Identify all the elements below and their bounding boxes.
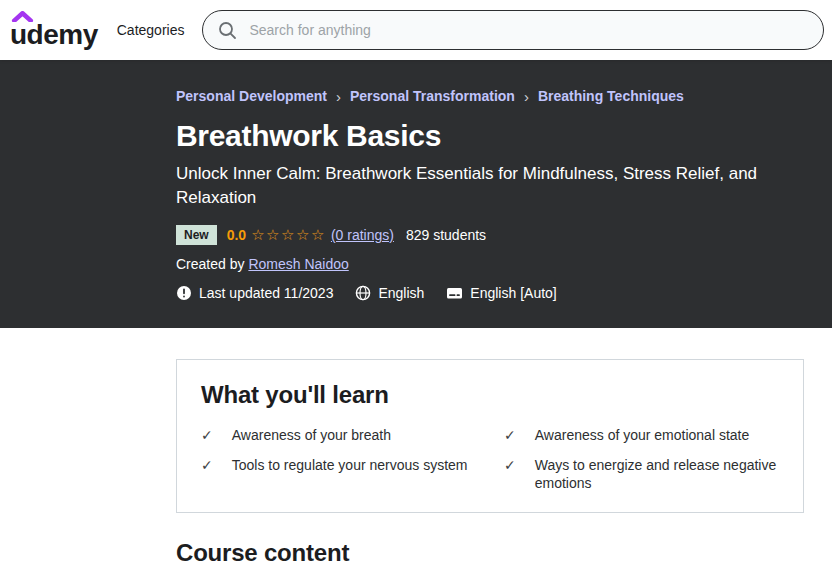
- language-meta: English: [355, 285, 424, 301]
- course-subtitle: Unlock Inner Calm: Breathwork Essentials…: [176, 162, 801, 210]
- search-bar[interactable]: [202, 10, 824, 50]
- learn-objective-text: Awareness of your breath: [232, 426, 391, 444]
- students-count: 829 students: [406, 227, 486, 243]
- breadcrumb-personal-development[interactable]: Personal Development: [176, 88, 327, 104]
- rating-value: 0.0: [227, 227, 246, 243]
- instructor-link[interactable]: Romesh Naidoo: [248, 256, 348, 272]
- learn-objective-text: Ways to energize and release negative em…: [535, 456, 779, 492]
- language-text: English: [378, 285, 424, 301]
- search-icon[interactable]: [217, 20, 237, 40]
- what-youll-learn-title: What you'll learn: [201, 381, 779, 409]
- chevron-right-icon: ›: [336, 89, 341, 104]
- breadcrumb-personal-transformation[interactable]: Personal Transformation: [350, 88, 515, 104]
- created-by-label: Created by: [176, 256, 244, 272]
- check-icon: ✓: [504, 456, 516, 492]
- check-icon: ✓: [201, 426, 213, 444]
- top-navbar: udemy Categories: [0, 0, 832, 60]
- captions-meta: English [Auto]: [446, 285, 556, 301]
- learn-objective-text: Awareness of your emotional state: [535, 426, 750, 444]
- learn-objective-text: Tools to regulate your nervous system: [232, 456, 468, 492]
- what-youll-learn-card: What you'll learn ✓ Awareness of your br…: [176, 359, 804, 513]
- check-icon: ✓: [504, 426, 516, 444]
- created-by-row: Created by Romesh Naidoo: [176, 256, 832, 272]
- learn-objective: ✓ Ways to energize and release negative …: [504, 456, 779, 492]
- learn-objective: ✓ Awareness of your breath: [201, 426, 476, 444]
- search-input[interactable]: [247, 21, 817, 39]
- breadcrumb-breathing-techniques[interactable]: Breathing Techniques: [538, 88, 684, 104]
- course-title: Breathwork Basics: [176, 119, 832, 153]
- udemy-logo-text: udemy: [10, 19, 98, 50]
- learn-objective: ✓ Tools to regulate your nervous system: [201, 456, 476, 492]
- categories-menu[interactable]: Categories: [117, 22, 185, 38]
- rating-row: New 0.0 ☆☆☆☆☆ (0 ratings) 829 students: [176, 225, 832, 245]
- ratings-count-link[interactable]: (0 ratings): [331, 227, 394, 243]
- main-content: What you'll learn ✓ Awareness of your br…: [0, 359, 832, 567]
- last-updated-meta: Last updated 11/2023: [176, 285, 333, 301]
- course-hero: Personal Development › Personal Transfor…: [0, 60, 832, 328]
- course-content-heading: Course content: [176, 539, 832, 567]
- captions-text: English [Auto]: [470, 285, 556, 301]
- learn-objective: ✓ Awareness of your emotional state: [504, 426, 779, 444]
- learn-objectives-grid: ✓ Awareness of your breath ✓ Awareness o…: [201, 426, 779, 492]
- new-badge: New: [176, 225, 217, 245]
- star-rating-icons: ☆☆☆☆☆: [251, 226, 326, 244]
- udemy-caret-icon: [11, 11, 34, 22]
- chevron-right-icon: ›: [524, 89, 529, 104]
- closed-captions-icon: [446, 285, 463, 301]
- globe-icon: [355, 285, 371, 301]
- course-meta-row: Last updated 11/2023 English English [Au…: [176, 285, 832, 301]
- udemy-logo[interactable]: udemy: [10, 11, 98, 49]
- check-icon: ✓: [201, 456, 213, 492]
- breadcrumb: Personal Development › Personal Transfor…: [176, 88, 832, 104]
- info-exclamation-icon: [176, 285, 192, 301]
- last-updated-text: Last updated 11/2023: [199, 285, 333, 301]
